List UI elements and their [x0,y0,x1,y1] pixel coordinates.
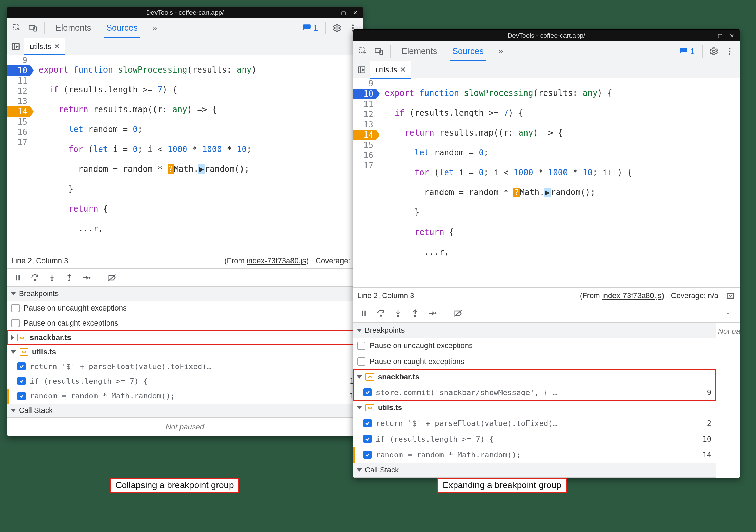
deactivate-breakpoints-icon[interactable] [105,270,119,285]
close-tab-icon[interactable]: ✕ [54,42,60,51]
chevron-down-icon [11,292,16,295]
breakpoint-item[interactable]: return '$' + parseFloat(value).toFixed(…… [7,359,363,373]
section-callstack-header[interactable]: Call Stack [7,404,363,418]
pause-uncaught-row[interactable]: Pause on uncaught exceptions [353,338,716,354]
line-number[interactable]: 17 [7,137,30,148]
kebab-menu-icon[interactable] [722,44,737,59]
pause-uncaught-row[interactable]: Pause on uncaught exceptions [7,301,363,316]
deactivate-breakpoints-icon[interactable] [451,306,465,320]
pause-caught-row[interactable]: Pause on caught exceptions [353,354,716,369]
sidebar-more-icon[interactable]: » [721,306,735,320]
navigator-toggle-icon[interactable] [7,38,24,55]
pause-icon[interactable] [357,306,371,320]
line-number[interactable]: 16 [353,150,376,161]
line-number[interactable]: 13 [353,119,376,130]
breakpoint-group-utils[interactable]: <> utils.ts [7,345,363,359]
checkbox[interactable] [11,304,20,312]
close-tab-icon[interactable]: ✕ [400,65,406,74]
line-number[interactable]: 17 [353,161,376,171]
step-icon[interactable] [425,306,439,320]
close-button[interactable]: ✕ [349,8,361,17]
line-number[interactable]: 9 [353,78,376,89]
file-tab-utils[interactable]: utils.ts ✕ [24,38,65,55]
line-number-breakpoint[interactable]: 10 [353,89,376,99]
breakpoint-item[interactable]: return '$' + parseFloat(value).toFixed(…… [353,415,716,431]
close-button[interactable]: ✕ [726,31,738,40]
issues-button[interactable]: 1 [299,22,321,34]
breakpoint-group-header[interactable]: <> snackbar.ts [353,369,716,384]
line-number[interactable]: 12 [353,109,376,119]
breakpoint-item[interactable]: if (results.length >= 7) { 10 [7,374,363,389]
settings-gear-icon[interactable] [330,21,344,35]
file-tab-utils[interactable]: utils.ts ✕ [370,61,411,78]
breakpoint-group-snackbar-collapsed[interactable]: <> snackbar.ts [7,330,363,344]
line-number[interactable]: 15 [353,140,376,150]
devtools-window-left: DevTools - coffee-cart.app/ ― ▢ ✕ Elemen… [7,7,363,436]
minimize-button[interactable]: ― [326,8,337,17]
section-callstack-header[interactable]: Call Stack [353,463,716,478]
checkbox[interactable] [363,419,372,427]
source-editor[interactable]: 9 10 11 12 13 14 15 16 17 export functio… [7,55,363,253]
step-over-icon[interactable] [374,306,388,320]
line-number-cond-breakpoint[interactable]: 14 [353,130,376,140]
step-out-icon[interactable] [408,306,422,320]
tab-elements[interactable]: Elements [395,41,444,61]
coverage-dropdown-icon[interactable] [725,291,735,301]
step-icon[interactable] [79,270,94,285]
source-map-link[interactable]: index-73f73a80.js [602,291,662,300]
line-number[interactable]: 15 [7,117,30,127]
line-gutter[interactable]: 9 10 11 12 13 14 15 16 17 [7,55,34,253]
inspect-icon[interactable] [356,44,370,59]
tab-sources[interactable]: Sources [445,41,491,61]
tab-elements[interactable]: Elements [49,18,98,38]
section-breakpoints-header[interactable]: Breakpoints [353,323,716,338]
tab-more[interactable]: » [146,18,164,38]
breakpoint-group-utils[interactable]: <> utils.ts [353,400,716,415]
breakpoint-item[interactable]: store.commit('snackbar/showMessage', { …… [353,384,716,400]
breakpoint-item[interactable]: random = random * Math.random(); 14 [353,447,716,463]
line-number[interactable]: 11 [353,99,376,109]
step-into-icon[interactable] [391,306,405,320]
inspect-icon[interactable] [10,21,24,35]
section-breakpoints-header[interactable]: Breakpoints [7,287,363,301]
checkbox[interactable] [363,451,372,459]
line-number[interactable]: 9 [7,55,30,65]
breakpoint-item[interactable]: random = random * Math.random(); 14 [7,389,363,403]
checkbox[interactable] [17,392,26,400]
step-over-icon[interactable] [28,270,42,285]
svg-marker-29 [362,69,364,70]
line-number-breakpoint[interactable]: 10 [7,65,30,76]
step-into-icon[interactable] [45,270,59,285]
device-toggle-icon[interactable] [372,44,386,59]
source-map-link[interactable]: index-73f73a80.js [247,256,306,265]
line-gutter[interactable]: 9 10 11 12 13 14 15 16 17 [353,78,380,287]
breakpoint-item[interactable]: if (results.length >= 7) { 10 [353,431,716,447]
checkbox[interactable] [357,342,365,350]
device-toggle-icon[interactable] [26,21,40,35]
source-editor[interactable]: 9 10 11 12 13 14 15 16 17 export functio… [353,78,740,287]
checkbox[interactable] [17,362,26,370]
line-number[interactable]: 12 [7,86,30,96]
line-number-cond-breakpoint[interactable]: 14 [7,106,30,117]
pause-caught-row[interactable]: Pause on caught exceptions [7,316,363,330]
line-number[interactable]: 11 [7,76,30,86]
minimize-button[interactable]: ― [703,31,714,40]
line-number[interactable]: 13 [7,96,30,106]
tab-more[interactable]: » [492,41,510,61]
maximize-button[interactable]: ▢ [337,8,349,17]
checkbox[interactable] [357,357,365,366]
settings-gear-icon[interactable] [707,44,721,59]
pause-icon[interactable] [11,270,25,285]
line-number[interactable]: 16 [7,127,30,137]
file-tabs: utils.ts ✕ [353,61,740,78]
tab-sources[interactable]: Sources [99,18,145,38]
maximize-button[interactable]: ▢ [714,31,726,40]
navigator-toggle-icon[interactable] [353,61,370,78]
checkbox[interactable] [11,319,20,327]
checkbox[interactable] [363,435,372,443]
section-label: Breakpoints [365,326,405,335]
issues-button[interactable]: 1 [676,45,698,58]
checkbox[interactable] [363,388,372,396]
checkbox[interactable] [17,377,26,385]
step-out-icon[interactable] [62,270,76,285]
